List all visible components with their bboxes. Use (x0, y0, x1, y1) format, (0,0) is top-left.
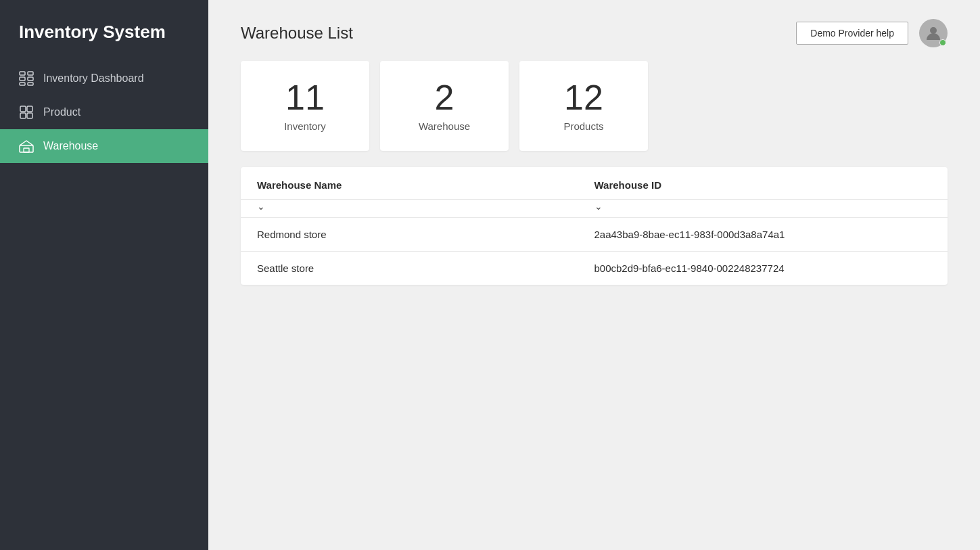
main-content: Warehouse List Demo Provider help 11 Inv… (208, 0, 980, 550)
warehouse-id-cell: 2aa43ba9-8bae-ec11-983f-000d3a8a74a1 (594, 218, 932, 251)
table-row[interactable]: Seattle store b00cb2d9-bfa6-ec11-9840-00… (241, 252, 948, 285)
stat-label-warehouse: Warehouse (419, 120, 470, 132)
sidebar-item-warehouse[interactable]: Warehouse (0, 129, 208, 163)
sidebar-item-inventory-dashboard[interactable]: Inventory Dashboard (0, 62, 208, 95)
svg-rect-9 (27, 113, 32, 118)
sort-cell-id[interactable]: ⌄ (594, 200, 932, 217)
warehouse-name-cell: Seattle store (257, 252, 594, 285)
chevron-down-icon: ⌄ (594, 201, 603, 212)
chevron-down-icon: ⌄ (257, 201, 265, 212)
svg-rect-2 (20, 77, 25, 81)
help-button[interactable]: Demo Provider help (796, 22, 908, 45)
svg-rect-6 (20, 106, 26, 112)
svg-rect-8 (20, 113, 26, 118)
svg-rect-7 (27, 106, 32, 112)
stat-card-products: 12 Products (519, 61, 648, 151)
svg-rect-0 (20, 72, 25, 75)
svg-rect-5 (28, 83, 33, 85)
stat-number-warehouse: 2 (435, 80, 454, 115)
stat-card-warehouse: 2 Warehouse (380, 61, 509, 151)
sort-row: ⌄ ⌄ (241, 200, 948, 218)
product-icon (19, 105, 34, 120)
table-body: ⌄ ⌄ Redmond store 2aa43ba9-8bae-ec11-983… (241, 200, 948, 285)
warehouse-table: Warehouse Name Warehouse ID ⌄ ⌄ Redmond … (241, 167, 948, 285)
sidebar-item-label: Inventory Dashboard (43, 72, 144, 85)
col-header-id: Warehouse ID (594, 179, 932, 191)
app-title: Inventory System (0, 0, 208, 62)
sort-cell-name[interactable]: ⌄ (257, 200, 594, 217)
svg-rect-3 (28, 77, 33, 81)
stat-number-products: 12 (564, 80, 603, 115)
warehouse-name-cell: Redmond store (257, 218, 594, 251)
online-indicator (939, 39, 946, 46)
sidebar-nav: Inventory Dashboard Product (0, 62, 208, 163)
svg-rect-4 (20, 83, 25, 85)
stat-label-inventory: Inventory (284, 120, 326, 132)
sidebar-item-product[interactable]: Product (0, 95, 208, 129)
sidebar-item-label: Product (43, 106, 80, 118)
table-row[interactable]: Redmond store 2aa43ba9-8bae-ec11-983f-00… (241, 218, 948, 252)
svg-rect-10 (20, 145, 33, 152)
stat-number-inventory: 11 (285, 80, 325, 115)
sidebar-item-label: Warehouse (43, 140, 98, 152)
stat-label-products: Products (563, 120, 603, 132)
warehouse-icon (19, 139, 34, 154)
table-header: Warehouse Name Warehouse ID (241, 167, 948, 200)
header-right: Demo Provider help (796, 19, 948, 47)
dashboard-icon (19, 71, 34, 86)
user-avatar[interactable] (919, 19, 948, 47)
sidebar: Inventory System Inventory Dashboard (0, 0, 208, 550)
main-header: Warehouse List Demo Provider help (208, 0, 980, 61)
stats-row: 11 Inventory 2 Warehouse 12 Products (208, 61, 980, 167)
svg-rect-1 (28, 72, 33, 75)
warehouse-id-cell: b00cb2d9-bfa6-ec11-9840-002248237724 (594, 252, 932, 285)
page-title: Warehouse List (241, 24, 353, 43)
svg-point-12 (930, 27, 937, 34)
col-header-name: Warehouse Name (257, 179, 594, 191)
stat-card-inventory: 11 Inventory (241, 61, 369, 151)
svg-rect-11 (24, 148, 29, 152)
